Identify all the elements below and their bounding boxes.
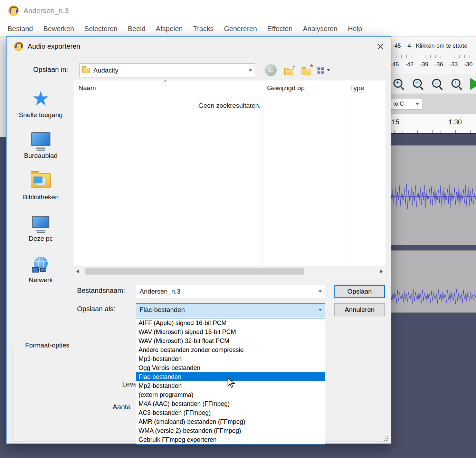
cancel-button[interactable]: Annuleren [334, 303, 385, 316]
sidebar-item-libraries[interactable]: Bibliotheken [9, 171, 72, 201]
option-mp3[interactable]: Mp3-bestanden [136, 354, 325, 363]
menu-selecteren[interactable]: Selecteren [84, 25, 117, 33]
sidebar-item-desktop[interactable]: Bureaublad [9, 129, 72, 160]
network-globe-icon [34, 257, 48, 270]
option-ffmpeg[interactable]: Gebruik FFmpeg exporteren [136, 435, 325, 444]
close-icon[interactable] [375, 41, 385, 52]
audacity-window: Andersen_n.3 Bestand Bewerken Selecteren… [0, 0, 476, 458]
new-folder-button[interactable]: ★ [301, 65, 313, 75]
device-toolbar: io C [387, 94, 476, 114]
zoom-in-icon[interactable]: + [392, 78, 405, 90]
option-aiff[interactable]: AIFF (Apple) signed 16-bit PCM [136, 318, 325, 327]
column-header-type[interactable]: Type [345, 80, 385, 96]
horizontal-scrollbar[interactable] [74, 267, 385, 276]
fit-project-icon[interactable]: ↕ [450, 78, 463, 90]
sidebar-item-label: Bibliotheken [9, 193, 72, 201]
audacity-background: -45 -4 Klikken om te starte -45 -42 -39 … [387, 37, 476, 313]
menu-genereren[interactable]: Genereren [224, 25, 257, 33]
filename-label: Bestandsnaam: [77, 287, 125, 295]
column-header-modified[interactable]: Gewijzigd op [262, 80, 345, 96]
window-title: Andersen_n.3 [23, 7, 69, 15]
menu-afspelen[interactable]: Afspelen [156, 25, 183, 33]
dialog-titlebar: Audio exporteren [7, 37, 391, 56]
folder-icon [302, 69, 311, 75]
scrollbar-thumb[interactable] [85, 268, 304, 275]
option-external[interactable]: (extern programma) [136, 390, 325, 399]
option-ac3[interactable]: AC3-bestanden (FFmpeg) [136, 408, 325, 417]
play-button-icon[interactable] [470, 78, 476, 90]
chevron-down-icon [416, 103, 419, 105]
sidebar-item-network[interactable]: Netwerk [9, 254, 72, 284]
save-as-label: Opslaan als: [77, 305, 115, 313]
option-m4a[interactable]: M4A (AAC)-bestanden (FFmpeg) [136, 399, 325, 408]
menu-effecten[interactable]: Effecten [267, 25, 293, 33]
audio-track-2[interactable] [387, 250, 476, 313]
grid-view-icon [317, 67, 324, 74]
menu-bewerken[interactable]: Bewerken [43, 25, 74, 33]
meter-tick-label: -39 [420, 61, 428, 68]
export-audio-dialog: Audio exporteren Opslaan in: Audacity ← … [6, 36, 391, 444]
chevron-down-icon [327, 69, 330, 71]
save-button[interactable]: Opslaan [334, 285, 385, 298]
save-in-label: Opslaan in: [33, 66, 68, 74]
sidebar-item-this-pc[interactable]: Deze pc [9, 212, 72, 242]
dialog-title: Audio exporteren [28, 42, 80, 50]
playback-meter[interactable]: -45 -42 -39 -36 -33 -30 [387, 55, 476, 74]
zoom-out-icon[interactable]: − [412, 78, 424, 90]
menu-bar: Bestand Bewerken Selecteren Beeld Afspel… [0, 21, 476, 37]
sidebar-item-label: Deze pc [9, 235, 72, 242]
count-label: Aanta [113, 403, 131, 411]
option-ogg[interactable]: Ogg Vorbis-bestanden [136, 363, 325, 372]
meter-tick-label: -45 [392, 42, 401, 49]
column-header-name[interactable]: Naam [74, 80, 262, 96]
device-value: io C [393, 101, 404, 107]
option-wav16[interactable]: WAV (Microsoft) signed 16-bit PCM [136, 327, 325, 336]
meter-tick-label: -30 [464, 61, 473, 68]
option-wma[interactable]: WMA (versie 2)-bestanden (FFmpeg) [136, 426, 325, 435]
audio-track-1[interactable] [387, 145, 476, 245]
save-in-dropdown[interactable]: Audacity [79, 64, 255, 77]
timeline-ruler[interactable]: 15 1:30 [387, 114, 476, 134]
menu-analyseren[interactable]: Analyseren [303, 25, 337, 33]
menu-bestand[interactable]: Bestand [8, 25, 33, 33]
file-list[interactable]: ^ Naam Gewijzigd op Type Geen zoekresult… [74, 80, 385, 266]
audio-device-dropdown[interactable]: io C [390, 98, 422, 110]
sidebar-item-label: Snelle toegang [9, 111, 72, 119]
this-pc-icon [32, 216, 49, 228]
option-wav32[interactable]: WAV (Microsoft) 32-bit float PCM [136, 336, 325, 345]
scroll-left-icon[interactable] [76, 269, 79, 274]
chevron-down-icon [318, 290, 322, 293]
meter-tick-label: -36 [435, 61, 443, 68]
column-divider [262, 96, 263, 266]
empty-results-text: Geen zoekresultaten. [74, 102, 385, 109]
sidebar-item-label: Netwerk [9, 276, 72, 284]
filename-value: Andersen_n.3 [140, 288, 180, 295]
toolbar-edge [0, 37, 6, 137]
recording-meter[interactable]: -45 -4 Klikken om te starte [387, 37, 476, 55]
group-title: Formaat-opties [22, 342, 72, 349]
resize-grip[interactable] [384, 436, 389, 441]
menu-beeld[interactable]: Beeld [128, 25, 145, 33]
quick-access-star-icon: ★ [32, 89, 50, 108]
chevron-down-icon [249, 69, 252, 71]
folder-icon [82, 68, 90, 73]
mouse-cursor [227, 378, 236, 389]
file-list-header: Naam Gewijzigd op Type [74, 80, 385, 96]
edit-toolbar: + − ↔ ↕ [387, 74, 476, 94]
menu-help[interactable]: Help [348, 25, 362, 33]
up-one-level-button[interactable]: ↑ [284, 65, 295, 75]
option-amr[interactable]: AMR (smalband)-bestanden (FFmpeg) [136, 417, 325, 426]
scroll-right-icon[interactable] [380, 269, 383, 274]
fit-selection-icon[interactable]: ↔ [431, 78, 444, 90]
meter-tick-label: -42 [405, 61, 414, 68]
network-computers-icon [40, 268, 46, 272]
menu-tracks[interactable]: Tracks [193, 25, 213, 33]
sidebar-item-quick-access[interactable]: ★ Snelle toegang [9, 88, 72, 119]
filename-input[interactable]: Andersen_n.3 [136, 285, 325, 298]
save-in-value: Audacity [93, 67, 118, 74]
file-type-dropdown[interactable]: Flac-bestanden [136, 303, 325, 316]
view-menu-button[interactable] [317, 66, 333, 75]
option-uncompressed[interactable]: Andere bestanden zonder compressie [136, 345, 325, 354]
sidebar-item-label: Bureaublad [9, 152, 72, 160]
back-button[interactable]: ← [265, 64, 277, 76]
